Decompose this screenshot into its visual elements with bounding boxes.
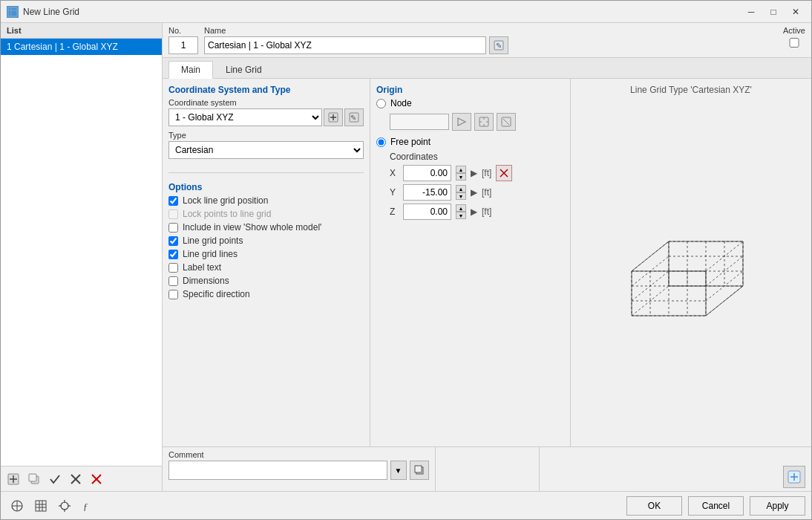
- node-select-button[interactable]: [452, 113, 471, 131]
- right-column: Line Grid Type 'Cartesian XYZ': [571, 79, 811, 446]
- bottom-area: Comment ▼: [163, 446, 811, 491]
- sidebar-check-button[interactable]: [45, 469, 65, 489]
- option-row-4: Line grid lines: [168, 249, 364, 259]
- option-label-6: Dimensions: [183, 276, 229, 286]
- footer-function-button[interactable]: ƒ: [78, 496, 99, 516]
- type-select[interactable]: Cartesian: [168, 141, 364, 159]
- node-label: Node: [390, 98, 412, 108]
- name-input-group: ✎: [204, 36, 508, 54]
- y-arrow: ▶: [471, 187, 477, 198]
- y-spin: ▲ ▼: [456, 185, 466, 200]
- list-header: List: [1, 23, 162, 39]
- sidebar-delete-button[interactable]: [87, 469, 106, 489]
- node-clear-button[interactable]: [497, 113, 516, 131]
- option-row-5: Label text: [168, 262, 364, 273]
- name-edit-button[interactable]: ✎: [489, 36, 508, 54]
- comment-copy-button[interactable]: [410, 461, 429, 480]
- option-checkbox-7[interactable]: [168, 290, 178, 299]
- left-column: Coordinate System and Type Coordinate sy…: [163, 79, 370, 446]
- node-input[interactable]: [390, 114, 449, 130]
- z-input[interactable]: [403, 204, 451, 220]
- comment-input[interactable]: [168, 461, 387, 480]
- comment-row: ▼: [168, 461, 429, 480]
- coord-sys-select[interactable]: 1 - Global XYZ: [168, 108, 322, 126]
- option-label-4: Line grid lines: [183, 249, 238, 259]
- freepoint-radio-row: Free point: [376, 137, 564, 147]
- ok-button[interactable]: OK: [626, 496, 682, 516]
- freepoint-radio[interactable]: [376, 137, 386, 147]
- z-spin-up[interactable]: ▲: [456, 204, 466, 212]
- comment-label: Comment: [168, 450, 429, 459]
- maximize-button[interactable]: □: [764, 4, 783, 19]
- x-arrow: ▶: [471, 168, 477, 178]
- freepoint-label: Free point: [390, 137, 430, 147]
- option-label-0: Lock line grid position: [183, 195, 268, 206]
- tab-main[interactable]: Main: [168, 61, 213, 79]
- svg-line-59: [632, 241, 669, 271]
- node-radio-row: Node: [376, 98, 564, 108]
- options-section-title: Options: [168, 182, 364, 192]
- x-spin: ▲ ▼: [456, 166, 466, 181]
- z-unit: [ft]: [482, 207, 491, 217]
- coord-sys-select-group: 1 - Global XYZ ✎: [168, 108, 364, 126]
- node-input-row: [376, 113, 564, 131]
- option-checkbox-4[interactable]: [168, 250, 178, 259]
- minimize-button[interactable]: ─: [741, 4, 761, 19]
- y-label: Y: [390, 187, 399, 198]
- tab-line-grid[interactable]: Line Grid: [213, 61, 275, 78]
- node-radio[interactable]: [376, 99, 386, 108]
- no-input[interactable]: [168, 36, 198, 54]
- footer-grid-button[interactable]: [30, 496, 51, 516]
- y-spin-up[interactable]: ▲: [456, 185, 466, 192]
- footer-move-button[interactable]: [54, 496, 75, 516]
- option-label-7: Specific direction: [183, 289, 250, 299]
- coord-sys-edit-button[interactable]: ✎: [344, 108, 364, 126]
- z-spin-down[interactable]: ▼: [456, 212, 466, 219]
- origin-section: Origin Node: [376, 85, 564, 223]
- node-pick-button[interactable]: [474, 113, 494, 131]
- title-bar-left: New Line Grid: [7, 6, 79, 18]
- active-group: Active: [783, 26, 805, 54]
- sidebar-copy-button[interactable]: [24, 469, 44, 489]
- x-spin-up[interactable]: ▲: [456, 166, 466, 173]
- mid-bottom: [436, 447, 540, 491]
- x-pick-button[interactable]: [496, 165, 512, 181]
- type-label: Type: [168, 131, 364, 140]
- close-button[interactable]: ✕: [786, 4, 805, 19]
- footer-coordinates-button[interactable]: [7, 496, 27, 516]
- grid-svg: [609, 204, 773, 338]
- cancel-button[interactable]: Cancel: [688, 496, 744, 516]
- sidebar-uncheck-button[interactable]: [66, 469, 85, 489]
- footer-left: ƒ: [7, 496, 99, 516]
- svg-point-78: [61, 502, 68, 510]
- coordinates-label: Coordinates: [390, 152, 564, 162]
- option-row-6: Dimensions: [168, 276, 364, 286]
- option-checkbox-6[interactable]: [168, 276, 178, 286]
- y-input[interactable]: [403, 184, 451, 201]
- x-input[interactable]: [403, 165, 451, 181]
- main-window: New Line Grid ─ □ ✕ List 1 Cartesian | 1…: [0, 0, 812, 520]
- option-checkbox-1[interactable]: [168, 209, 178, 219]
- active-checkbox[interactable]: [783, 38, 805, 48]
- option-checkbox-3[interactable]: [168, 236, 178, 246]
- middle-column: Origin Node: [370, 79, 571, 446]
- window-title: New Line Grid: [23, 7, 79, 17]
- option-checkbox-0[interactable]: [168, 196, 178, 206]
- name-input[interactable]: [204, 36, 486, 54]
- option-checkbox-2[interactable]: [168, 223, 178, 233]
- svg-rect-73: [36, 501, 46, 511]
- x-spin-down[interactable]: ▼: [456, 173, 466, 181]
- coord-sys-new-button[interactable]: [324, 108, 343, 126]
- apply-button[interactable]: Apply: [750, 496, 805, 516]
- active-label: Active: [783, 26, 805, 35]
- svg-text:✎: ✎: [350, 114, 356, 122]
- footer: ƒ OK Cancel Apply: [1, 491, 811, 519]
- list-items: 1 Cartesian | 1 - Global XYZ: [1, 39, 162, 466]
- option-checkbox-5[interactable]: [168, 263, 178, 273]
- list-item-0[interactable]: 1 Cartesian | 1 - Global XYZ: [1, 39, 162, 55]
- y-spin-down[interactable]: ▼: [456, 192, 466, 200]
- sidebar-add-button[interactable]: [4, 469, 23, 489]
- comment-section: Comment ▼: [163, 447, 436, 491]
- right-bottom-button[interactable]: [783, 466, 805, 488]
- comment-dropdown-button[interactable]: ▼: [390, 461, 407, 480]
